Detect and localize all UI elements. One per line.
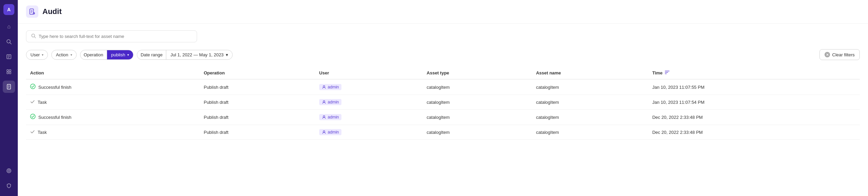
- svg-point-29: [30, 84, 35, 89]
- cell-time: Jan 10, 2023 11:07:54 PM: [648, 95, 860, 110]
- daterange-filter: Date range Jul 1, 2022 — May 1, 2023 ▾: [137, 50, 233, 60]
- cell-operation: Publish draft: [199, 95, 315, 110]
- sidebar-item-search[interactable]: [3, 36, 15, 48]
- cell-asset-name: catalogItem: [532, 125, 648, 140]
- svg-rect-7: [9, 70, 11, 71]
- svg-line-1: [10, 43, 11, 44]
- cell-asset-name: catalogItem: [532, 95, 648, 110]
- user-icon: [322, 85, 326, 89]
- cell-asset-name: catalogItem: [532, 79, 648, 95]
- success-icon: [30, 114, 36, 121]
- user-icon: [322, 100, 326, 104]
- cell-action: Successful finish: [26, 110, 199, 125]
- svg-point-32: [30, 114, 35, 119]
- sidebar-item-grid[interactable]: [3, 66, 15, 78]
- task-icon: [30, 99, 35, 105]
- table-header: Action Operation User Asset type Asset n: [26, 67, 860, 79]
- user-icon: [322, 115, 326, 119]
- operation-filter-value: publish: [111, 52, 125, 57]
- table-row: Successful finishPublish draft admin cat…: [26, 79, 860, 95]
- col-asset-type: Asset type: [423, 67, 532, 79]
- user-filter-chevron-icon: ▾: [42, 53, 43, 57]
- shield-icon: [6, 183, 12, 188]
- user-filter-label: User: [30, 52, 40, 57]
- operation-filter-value-button[interactable]: publish ▾: [107, 50, 133, 59]
- col-asset-name: Asset name: [532, 67, 648, 79]
- cell-asset-name: catalogItem: [532, 110, 648, 125]
- operation-filter-chevron-icon: ▾: [127, 53, 129, 57]
- cell-asset-type: catalogItem: [423, 110, 532, 125]
- user-filter-button[interactable]: User ▾: [26, 50, 48, 60]
- operation-filter: Operation publish ▾: [80, 50, 133, 60]
- cell-time: Dec 20, 2022 2:33:48 PM: [648, 110, 860, 125]
- daterange-filter-value: Jul 1, 2022 — May 1, 2023: [170, 52, 223, 57]
- user-badge: admin: [319, 114, 342, 120]
- cell-asset-type: catalogItem: [423, 125, 532, 140]
- page-title: Audit: [42, 7, 62, 16]
- search-bar[interactable]: [26, 30, 197, 42]
- task-icon: [30, 129, 35, 135]
- sidebar-item-target[interactable]: [3, 165, 15, 177]
- action-text: Task: [38, 100, 47, 105]
- audit-header-icon: [29, 8, 36, 15]
- success-icon: [30, 84, 36, 90]
- sidebar-item-book[interactable]: [3, 51, 15, 63]
- page-header: Audit: [18, 0, 868, 24]
- action-text: Successful finish: [38, 115, 72, 120]
- cell-asset-type: catalogItem: [423, 79, 532, 95]
- sidebar-logo[interactable]: A: [3, 4, 14, 15]
- search-input[interactable]: [39, 34, 192, 39]
- header-icon: [26, 5, 38, 18]
- svg-line-25: [35, 37, 36, 38]
- svg-rect-8: [7, 72, 9, 74]
- col-time[interactable]: Time: [648, 67, 860, 79]
- daterange-filter-value-button[interactable]: Jul 1, 2022 — May 1, 2023 ▾: [166, 50, 232, 59]
- time-sort-icon: [665, 70, 670, 75]
- sidebar-item-shield[interactable]: [3, 180, 15, 192]
- search-icon: [31, 33, 36, 39]
- table-row: Successful finishPublish draft admin cat…: [26, 110, 860, 125]
- svg-rect-6: [7, 70, 9, 71]
- daterange-filter-chevron-icon: ▾: [226, 52, 228, 57]
- cell-user: admin: [315, 125, 423, 140]
- svg-rect-9: [9, 72, 11, 74]
- cell-operation: Publish draft: [199, 110, 315, 125]
- action-filter-chevron-icon: ▾: [70, 53, 72, 57]
- cell-action: Successful finish: [26, 79, 199, 95]
- col-operation: Operation: [199, 67, 315, 79]
- cell-operation: Publish draft: [199, 125, 315, 140]
- audit-icon: [6, 84, 12, 89]
- daterange-filter-label: Date range: [137, 50, 166, 59]
- table-body: Successful finishPublish draft admin cat…: [26, 79, 860, 140]
- user-badge: admin: [319, 129, 342, 135]
- table-row: TaskPublish draft admin catalogItemcatal…: [26, 125, 860, 140]
- book-icon: [6, 54, 12, 59]
- col-action: Action: [26, 67, 199, 79]
- clear-filters-label: Clear filters: [832, 52, 855, 57]
- user-badge: admin: [319, 99, 342, 105]
- cell-operation: Publish draft: [199, 79, 315, 95]
- sidebar: A ⌂: [0, 0, 18, 196]
- svg-point-16: [9, 170, 9, 171]
- table-row: TaskPublish draft admin catalogItemcatal…: [26, 95, 860, 110]
- cell-time: Dec 20, 2022 2:33:48 PM: [648, 125, 860, 140]
- cell-user: admin: [315, 95, 423, 110]
- operation-filter-label: Operation: [80, 50, 107, 59]
- action-filter-button[interactable]: Action ▾: [51, 50, 76, 60]
- cell-user: admin: [315, 79, 423, 95]
- target-icon: [6, 168, 12, 173]
- filters-row: User ▾ Action ▾ Operation publish ▾ Date…: [26, 49, 860, 60]
- content-area: User ▾ Action ▾ Operation publish ▾ Date…: [18, 24, 868, 196]
- clear-filters-icon: ✕: [825, 52, 830, 57]
- clear-filters-button[interactable]: ✕ Clear filters: [819, 49, 860, 60]
- sidebar-item-audit[interactable]: [3, 81, 15, 93]
- search-icon: [6, 39, 12, 44]
- col-user: User: [315, 67, 423, 79]
- cell-asset-type: catalogItem: [423, 95, 532, 110]
- user-badge: admin: [319, 84, 342, 90]
- svg-point-34: [323, 131, 325, 132]
- cell-user: admin: [315, 110, 423, 125]
- main-content: Audit User ▾ Action ▾: [18, 0, 868, 196]
- cell-action: Task: [26, 125, 199, 140]
- sidebar-item-home[interactable]: ⌂: [3, 20, 15, 33]
